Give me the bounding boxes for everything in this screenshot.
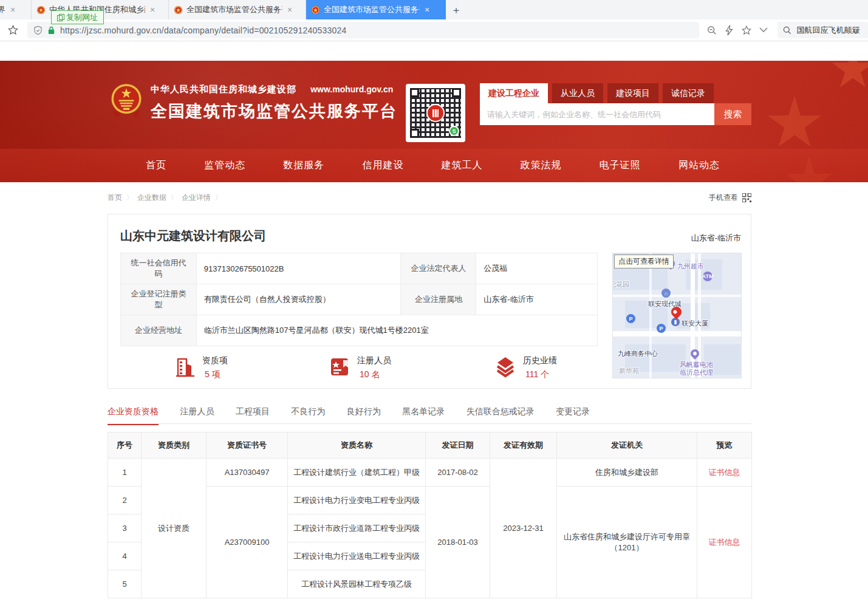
tab-dishonesty-records[interactable]: 失信联合惩戒记录 — [466, 406, 535, 424]
layers-icon — [494, 355, 516, 378]
authority-line-1: 山东省住房和城乡建设厅许可专用章 — [561, 532, 693, 542]
site-header: 中华人民共和国住房和城乡建设部 www.mohurd.gov.cn 全国建筑市场… — [0, 61, 868, 182]
company-info-table: 统一社会信用代码 91371302675501022B 企业法定代表人 公茂福 … — [120, 253, 598, 346]
registration-type-value: 有限责任公司（自然人投资或控股） — [196, 284, 401, 315]
tab-good-behavior[interactable]: 良好行为 — [347, 406, 381, 424]
qual-name-cell: 工程设计建筑行业（建筑工程）甲级 — [288, 459, 426, 487]
emblem-favicon-icon — [311, 5, 320, 15]
qual-name-cell: 工程设计电力行业变电工程专业丙级 — [288, 487, 426, 514]
mobile-qr-icon[interactable] — [742, 193, 751, 202]
url-field[interactable]: https://jzsc.mohurd.gov.cn/data/company/… — [27, 22, 699, 38]
zoom-out-icon[interactable] — [706, 25, 717, 36]
browser-tab-3[interactable]: 全国建筑市场监管公共服务平台 × — [169, 0, 306, 19]
info-label: 企业登记注册类型 — [121, 284, 197, 315]
close-icon[interactable]: × — [10, 5, 15, 15]
close-icon[interactable]: × — [287, 5, 292, 15]
browser-tab-active[interactable]: 全国建筑市场监管公共服务平台 × — [306, 0, 446, 19]
tab-registered-personnel[interactable]: 注册人员 — [180, 406, 214, 424]
tab-bad-behavior[interactable]: 不良行为 — [291, 406, 325, 424]
wechat-icon: S — [449, 126, 459, 136]
new-tab-button[interactable]: ＋ — [446, 0, 466, 19]
tab-change-records[interactable]: 变更记录 — [556, 406, 590, 424]
nav-site-news[interactable]: 网站动态 — [678, 159, 720, 172]
emblem-favicon-icon — [36, 5, 46, 15]
browser-tab-1[interactable]: 界 × — [0, 0, 32, 19]
close-icon[interactable]: × — [150, 5, 155, 15]
search-tab-personnel[interactable]: 从业人员 — [552, 83, 603, 103]
table-row: 1 设计资质 A137030497 工程设计建筑行业（建筑工程）甲级 2017-… — [108, 459, 752, 487]
breadcrumb-home[interactable]: 首页 — [108, 193, 122, 203]
shield-icon[interactable] — [33, 26, 43, 35]
nav-e-license[interactable]: 电子证照 — [600, 159, 641, 172]
seq-cell: 3 — [108, 514, 142, 542]
lightning-icon[interactable] — [725, 25, 734, 36]
breadcrumb-separator: 〉 — [171, 193, 177, 202]
stat-label: 历史业绩 — [523, 355, 557, 366]
issue-date-cell: 2018-01-03 — [426, 487, 490, 598]
keyword-search-input[interactable] — [480, 103, 714, 125]
map-poi-xinhua: 新华苑 — [619, 366, 639, 375]
bookmark-star-icon[interactable] — [7, 24, 19, 36]
page-content: 首页 〉 企业数据 〉 企业详情 〉 手机查看 山东中元建筑设计有限公司 山东省… — [108, 182, 751, 598]
stat-history-performance[interactable]: 历史业绩 111 个 — [494, 355, 557, 380]
tab-blacklist[interactable]: 黑名单记录 — [402, 406, 445, 424]
search-button[interactable]: 搜索 — [714, 103, 751, 125]
search-tab-project[interactable]: 建设项目 — [607, 83, 658, 103]
seq-cell: 1 — [108, 459, 142, 487]
lock-icon — [47, 26, 55, 35]
nav-supervision[interactable]: 监管动态 — [204, 159, 245, 172]
brand-text: 中华人民共和国住房和城乡建设部 www.mohurd.gov.cn 全国建筑市场… — [151, 83, 397, 122]
tab-title: 全国建筑市场监管公共服务平台 — [186, 4, 282, 15]
chevron-down-icon[interactable] — [759, 27, 768, 33]
search-tab-credit[interactable]: 诚信记录 — [663, 83, 714, 103]
nav-policy[interactable]: 政策法规 — [521, 159, 562, 172]
stat-qualifications[interactable]: 资质项 5 项 — [174, 355, 228, 380]
validity-cell: 2023-12-31 — [490, 459, 557, 598]
stat-label: 注册人员 — [357, 355, 391, 366]
tab-projects[interactable]: 工程项目 — [236, 406, 270, 424]
certificate-info-link[interactable]: 证书信息 — [709, 468, 740, 477]
search-icon — [782, 26, 792, 35]
stat-value: 111 个 — [525, 369, 557, 380]
platform-title: 全国建筑市场监管公共服务平台 — [151, 100, 397, 122]
breadcrumb-separator: 〉 — [215, 193, 222, 202]
breadcrumb-company-detail[interactable]: 企业详情 — [182, 193, 211, 203]
stat-registered-personnel[interactable]: 注册人员 10 名 — [329, 355, 391, 380]
close-icon[interactable]: × — [425, 5, 429, 15]
main-nav: 首页 监管动态 数据服务 信用建设 建筑工人 政策法规 电子证照 网站动态 — [0, 149, 868, 182]
tab-title: 全国建筑市场监管公共服务平台 — [324, 4, 420, 15]
quick-search-box[interactable]: 国航回应飞机颠簸 — [777, 22, 868, 38]
search-tab-enterprise[interactable]: 建设工程企业 — [480, 83, 548, 103]
building-poi-icon: ⌂ — [661, 289, 671, 298]
info-label: 企业法定代表人 — [401, 253, 476, 284]
authority-cell: 山东省住房和城乡建设厅许可专用章 （1201） — [557, 487, 697, 598]
nav-home[interactable]: 首页 — [146, 159, 166, 172]
emblem-favicon-icon — [174, 5, 183, 15]
table-header-row: 序号 资质类别 资质证书号 资质名称 发证日期 发证有效期 发证机关 预览 — [108, 432, 752, 459]
tab-title: 界 — [0, 4, 5, 15]
table-row: 企业登记注册类型 有限责任公司（自然人投资或控股） 企业注册属地 山东省-临沂市 — [121, 284, 598, 315]
building-poi-icon: ▮ — [671, 318, 680, 326]
map-tooltip: 点击可查看详情 — [614, 255, 674, 268]
business-address-value: 临沂市兰山区陶然路107号星河晶都（联安）现代城1号楼2201室 — [196, 315, 597, 346]
nav-data-service[interactable]: 数据服务 — [283, 159, 324, 172]
credit-code-value: 91371302675501022B — [196, 253, 401, 284]
certificate-info-link[interactable]: 证书信息 — [709, 538, 740, 547]
breadcrumb-company-data[interactable]: 企业数据 — [137, 193, 166, 203]
qual-name-cell: 工程设计风景园林工程专项乙级 — [288, 570, 426, 598]
favorite-star-icon[interactable] — [741, 25, 752, 36]
copy-url-label: 复制网址 — [66, 12, 98, 23]
nav-workers[interactable]: 建筑工人 — [442, 159, 483, 172]
nav-credit[interactable]: 信用建设 — [362, 159, 403, 172]
col-seq: 序号 — [108, 432, 142, 459]
breadcrumb-separator: 〉 — [126, 193, 133, 202]
company-card: 山东中元建筑设计有限公司 山东省-临沂市 统一社会信用代码 9137130267… — [108, 214, 751, 389]
col-issue-date: 发证日期 — [426, 432, 490, 459]
mobile-view-label[interactable]: 手机查看 — [709, 193, 738, 203]
authority-line-2: （1201） — [561, 542, 693, 553]
national-emblem-logo — [109, 83, 143, 120]
copy-url-tooltip: 复制网址 — [51, 10, 104, 24]
tab-qualifications[interactable]: 企业资质资格 — [108, 406, 159, 425]
location-map[interactable]: 九州超市 ATM 纪花园 ⌂ 联安现代城 ▮ 联安大厦 P P 九峰商务中心 风… — [612, 253, 742, 378]
parking-icon: P — [657, 324, 666, 333]
